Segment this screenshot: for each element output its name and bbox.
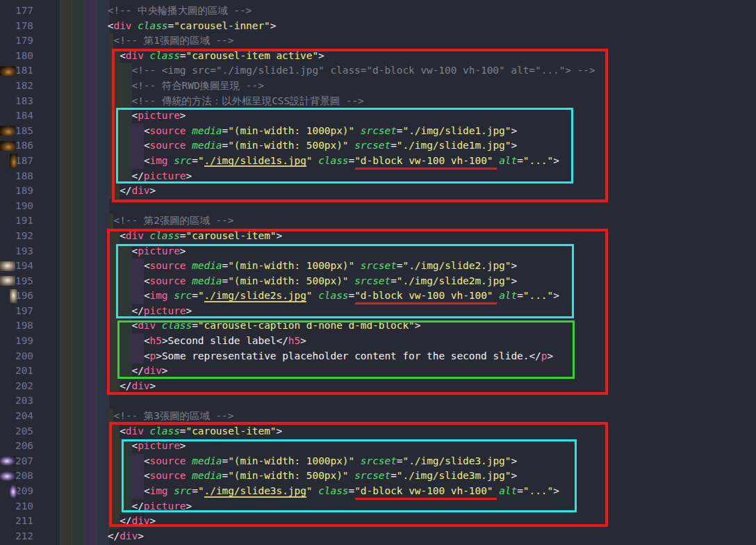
gutter-image-thumbnail — [0, 126, 15, 136]
indent-tint — [108, 213, 114, 229]
code-line[interactable]: 179<!-- 第1張圖的區域 --> — [0, 33, 756, 49]
line-number: 212 — [0, 529, 33, 544]
slide3-picture-box-annotation — [122, 439, 577, 512]
line-number: 210 — [0, 499, 33, 514]
code-text: <!-- 第1張圖的區域 --> — [113, 33, 233, 49]
code-text: <!-- 中央輪播大圖的區域 --> — [108, 3, 252, 19]
line-number: 203 — [0, 393, 33, 409]
line-number: 180 — [0, 49, 33, 64]
code-line[interactable]: 191<!-- 第2張圖的區域 --> — [0, 213, 756, 229]
line-number: 182 — [0, 79, 33, 94]
gutter-image-thumbnail — [10, 154, 17, 168]
code-line[interactable]: 203 — [0, 393, 756, 409]
indent-tint — [108, 33, 114, 49]
line-number: 206 — [0, 439, 33, 454]
line-number: 177 — [0, 3, 33, 19]
line-number: 197 — [0, 304, 33, 319]
line-number: 190 — [0, 199, 33, 214]
line-number: 191 — [0, 213, 33, 229]
code-text: </div> — [108, 529, 144, 544]
line-number: 198 — [0, 318, 33, 334]
code-line[interactable]: 178<div class="carousel-inner"> — [0, 19, 756, 34]
line-number: 199 — [0, 334, 33, 349]
line-number: 204 — [0, 409, 33, 424]
gutter-image-thumbnail — [0, 66, 15, 76]
gutter-image-thumbnail — [10, 485, 17, 498]
line-number: 179 — [0, 33, 33, 49]
code-line[interactable]: 212</div> — [0, 529, 756, 544]
line-number: 205 — [0, 424, 33, 439]
line-number: 200 — [0, 349, 33, 364]
line-number: 188 — [0, 169, 33, 184]
line-number: 192 — [0, 229, 33, 244]
line-number: 183 — [0, 94, 33, 109]
code-line[interactable]: 177<!-- 中央輪播大圖的區域 --> — [0, 3, 756, 19]
slide2-caption-box-annotation — [117, 320, 575, 379]
gutter-image-thumbnail — [0, 141, 15, 151]
gutter-image-thumbnail — [0, 456, 15, 466]
line-number: 201 — [0, 364, 33, 379]
gutter-image-thumbnail — [0, 471, 15, 481]
slide2-picture-box-annotation — [116, 244, 574, 318]
line-number: 184 — [0, 108, 33, 124]
gutter-image-thumbnail — [0, 276, 15, 286]
line-number: 189 — [0, 184, 33, 199]
line-number: 178 — [0, 19, 33, 34]
line-number: 202 — [0, 379, 33, 394]
code-text: <!-- 第2張圖的區域 --> — [113, 213, 233, 229]
code-editor-surface[interactable]: 177<!-- 中央輪播大圖的區域 -->178<div class="caro… — [0, 0, 756, 545]
gutter-image-thumbnail — [10, 289, 17, 303]
line-number: 193 — [0, 244, 33, 259]
code-text: <div class="carousel-inner"> — [108, 19, 277, 34]
slide1-picture-box-annotation — [116, 108, 573, 184]
line-number: 211 — [0, 514, 33, 529]
gutter-image-thumbnail — [0, 261, 15, 271]
